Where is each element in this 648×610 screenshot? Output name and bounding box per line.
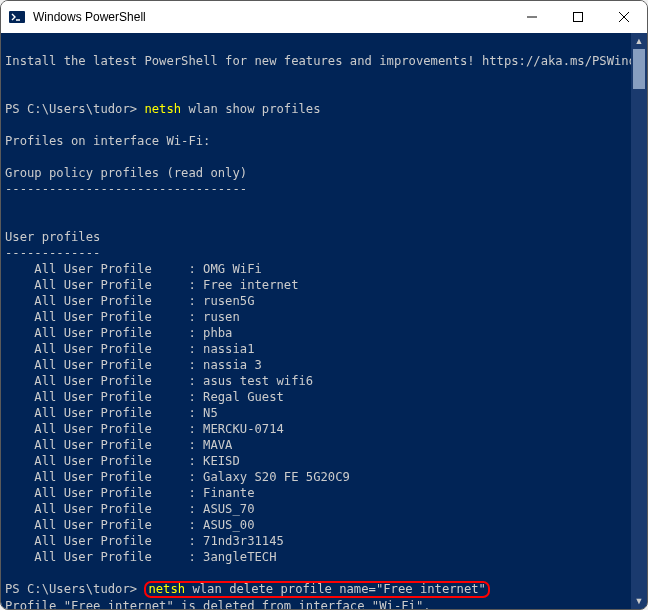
scroll-up-arrow[interactable]: ▲ <box>631 33 647 49</box>
terminal-area: Install the latest PowerShell for new fe… <box>1 33 647 609</box>
scroll-thumb[interactable] <box>633 49 645 89</box>
powershell-icon <box>9 9 25 25</box>
powershell-window: Windows PowerShell Install the latest Po… <box>0 0 648 610</box>
title-left: Windows PowerShell <box>9 9 146 25</box>
window-controls <box>509 1 647 33</box>
scrollbar[interactable]: ▲ ▼ <box>631 33 647 609</box>
titlebar[interactable]: Windows PowerShell <box>1 1 647 33</box>
terminal-content[interactable]: Install the latest PowerShell for new fe… <box>1 33 631 609</box>
svg-rect-0 <box>9 11 25 23</box>
minimize-button[interactable] <box>509 1 555 33</box>
maximize-button[interactable] <box>555 1 601 33</box>
close-button[interactable] <box>601 1 647 33</box>
window-title: Windows PowerShell <box>33 10 146 24</box>
svg-rect-3 <box>574 13 583 22</box>
scroll-down-arrow[interactable]: ▼ <box>631 593 647 609</box>
